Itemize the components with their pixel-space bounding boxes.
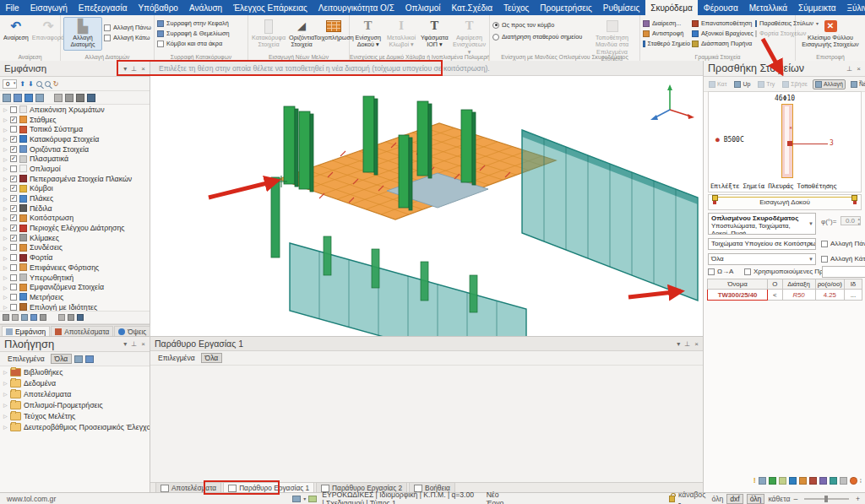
close-icon[interactable]: × bbox=[141, 65, 145, 73]
angle-spinner[interactable]: 0.0▴▾ bbox=[841, 216, 861, 225]
eye-icon[interactable] bbox=[65, 94, 73, 102]
checkbox-icon[interactable] bbox=[10, 195, 17, 202]
menu-item[interactable]: Οπλισμοί bbox=[400, 0, 446, 15]
expander-icon[interactable]: ▷ bbox=[3, 186, 8, 192]
stitch-foundation-button[interactable]: Συρραφή & Θεμελίωση bbox=[157, 30, 230, 37]
nav-item[interactable]: ▷ Αποτελέσματα bbox=[0, 388, 150, 399]
warning-icon[interactable]: ! bbox=[753, 476, 756, 485]
checkbox-icon[interactable] bbox=[10, 117, 17, 123]
menu-item[interactable]: Υπόβαθρο bbox=[133, 0, 183, 15]
zoom-out-button[interactable]: – bbox=[793, 495, 797, 503]
checkbox-icon[interactable] bbox=[10, 165, 17, 172]
expander-icon[interactable]: ▷ bbox=[3, 235, 8, 241]
chart-icon[interactable] bbox=[769, 477, 776, 485]
fixed-point-button[interactable]: Σταθερό Σημείο bbox=[643, 40, 690, 47]
checkbox-icon[interactable] bbox=[10, 205, 17, 212]
column-header[interactable]: ρο(ο/οο) bbox=[815, 279, 844, 290]
window-new-icon[interactable] bbox=[74, 355, 83, 363]
work-window-content[interactable] bbox=[150, 366, 703, 472]
menu-item[interactable]: Ανάλυση bbox=[183, 0, 227, 15]
section-o-cell[interactable]: < bbox=[768, 290, 782, 301]
expander-icon[interactable]: ▷ bbox=[3, 136, 8, 142]
layers-icon[interactable] bbox=[819, 477, 827, 485]
menu-item[interactable]: Λειτουργικότητα Ο/Σ bbox=[313, 0, 400, 15]
lock-icon[interactable] bbox=[669, 496, 675, 502]
change-top-checkbox[interactable]: Αλλαγή Πάνω bbox=[104, 24, 151, 31]
expander-icon[interactable]: ▷ bbox=[3, 117, 8, 122]
zoom-extents-icon[interactable] bbox=[45, 81, 51, 87]
view-wire-icon[interactable] bbox=[24, 94, 33, 102]
printer-icon[interactable] bbox=[840, 477, 847, 485]
checkbox-icon[interactable] bbox=[10, 126, 17, 133]
design-codes-status[interactable]: ΕΥΡΟΚΩΔΙΚΕΣ | Ιδιομορφική | Κ.Π.Μ. | q=3… bbox=[322, 490, 477, 504]
change-bottom-checkbox[interactable]: Αλλαγή Κάτω bbox=[104, 34, 151, 41]
menu-item[interactable]: Σύμμεικτα bbox=[793, 0, 841, 15]
tree-item[interactable]: ▷ Επιλογή με Ιδιότητες bbox=[0, 302, 150, 311]
checkbox-icon[interactable] bbox=[10, 106, 17, 113]
core-split-button[interactable]: Διάσπαση Πυρήνα bbox=[692, 40, 753, 47]
tree-item[interactable]: ▷ Απεικόνιση Χρωμάτων bbox=[0, 105, 150, 115]
checkbox-icon[interactable] bbox=[10, 264, 17, 271]
tree-item[interactable]: ▷ Περιοχές Ελέγχου Διάτρησης bbox=[0, 223, 150, 233]
checkbox-icon[interactable] bbox=[10, 146, 17, 153]
expander-icon[interactable]: ▷ bbox=[3, 176, 8, 182]
level-select[interactable]: 0▾ bbox=[3, 79, 17, 89]
tree-item[interactable]: ▷ Πεπερασμένα Στοιχεία Πλακών bbox=[0, 174, 150, 184]
tool-button[interactable]: Αλλαγή bbox=[813, 79, 846, 89]
beam-strengthen-button[interactable]: TΕνίσχυση Δοκού ▾ bbox=[352, 17, 384, 51]
menu-item[interactable]: Μεταλλικά bbox=[743, 0, 792, 15]
expander-icon[interactable]: ▷ bbox=[3, 294, 8, 300]
pin-icon[interactable]: ⊥ bbox=[684, 340, 690, 348]
filter-tab[interactable]: Όλα bbox=[51, 354, 73, 364]
view-3d-icon[interactable] bbox=[3, 94, 11, 102]
pin-icon[interactable]: ⊥ bbox=[846, 65, 852, 73]
checkbox-icon[interactable] bbox=[10, 244, 17, 251]
menu-item[interactable]: Ξύλινα bbox=[841, 0, 865, 15]
view-solid-icon[interactable] bbox=[14, 94, 22, 102]
checkbox-icon[interactable] bbox=[10, 235, 17, 241]
expander-icon[interactable]: ▷ bbox=[3, 127, 8, 133]
nav-item[interactable]: ▷ Δευτεροβάθμιος Προσεισμικός Έλεγχος bbox=[0, 421, 150, 432]
order-checkbox[interactable]: Ω→Α bbox=[708, 268, 733, 275]
menu-item[interactable]: File bbox=[0, 0, 24, 15]
tree-item[interactable]: ▷ Οπλισμοί bbox=[0, 164, 150, 174]
expander-icon[interactable]: ▷ bbox=[3, 146, 8, 152]
doc-icon[interactable] bbox=[799, 477, 807, 485]
element-loads-button[interactable]: Φορτία Στοιχείων bbox=[755, 30, 792, 37]
keep-fixed-point-radio[interactable]: Διατήρηση σταθερού σημείου bbox=[492, 33, 585, 41]
expander-icon[interactable]: ▷ bbox=[3, 245, 8, 251]
stitch-head-button[interactable]: Συρραφή στην Κεφαλή bbox=[157, 19, 230, 27]
tree-item[interactable]: ▷ Οριζόντια Στοιχεία bbox=[0, 144, 150, 154]
close-icon[interactable]: × bbox=[141, 340, 145, 348]
more-icon[interactable]: ⁞ bbox=[860, 477, 862, 485]
menu-item[interactable]: Τεύχος bbox=[498, 0, 534, 15]
dropdown-icon[interactable]: ▾ bbox=[123, 65, 127, 73]
pin-icon[interactable]: ⊥ bbox=[131, 65, 137, 73]
close-sheet-button[interactable]: ✕Κλείσιμο Φύλλου Εισαγωγής Στοιχείων bbox=[798, 17, 862, 51]
remove-strengthening-button[interactable]: TΑφαίρεση Ενισχύσεων ▾ bbox=[452, 17, 487, 57]
checkbox-icon[interactable] bbox=[10, 254, 17, 261]
properties-icon[interactable] bbox=[40, 314, 46, 321]
viewport-3d[interactable] bbox=[150, 76, 703, 336]
filter-input[interactable] bbox=[822, 266, 865, 278]
image-icon[interactable] bbox=[789, 477, 797, 485]
expander-icon[interactable]: ▷ bbox=[3, 225, 8, 231]
tree-item[interactable]: ▷ Πέδιλα bbox=[0, 203, 150, 214]
checkbox-icon[interactable] bbox=[10, 294, 17, 301]
pin-icon[interactable]: ⊥ bbox=[131, 340, 137, 348]
checkbox-icon[interactable] bbox=[10, 176, 17, 182]
horizontal-elements-button[interactable]: ◢Οριζόντια Στοιχεία bbox=[288, 17, 315, 51]
whole-view-label[interactable]: όλη bbox=[712, 495, 724, 503]
select-none-icon[interactable] bbox=[12, 314, 19, 321]
tree-item[interactable]: ▷ Φορτία bbox=[0, 252, 150, 263]
vertical-elements-button[interactable]: Κατακόρυφα Στοιχεία bbox=[251, 17, 286, 51]
grid-dropdown[interactable]: κάναβος ▾ bbox=[678, 490, 709, 504]
change-top-checkbox[interactable]: Αλλαγή Πάνω bbox=[821, 240, 865, 247]
checkbox-icon[interactable] bbox=[10, 284, 17, 290]
expander-icon[interactable]: ▷ bbox=[3, 424, 8, 430]
expander-icon[interactable]: ▷ bbox=[3, 369, 8, 375]
export-icon[interactable] bbox=[779, 477, 786, 485]
expander-icon[interactable]: ▷ bbox=[3, 156, 8, 162]
menu-item[interactable]: Κατ.Σχέδια bbox=[446, 0, 498, 15]
tool-button[interactable]: Try bbox=[755, 79, 777, 89]
